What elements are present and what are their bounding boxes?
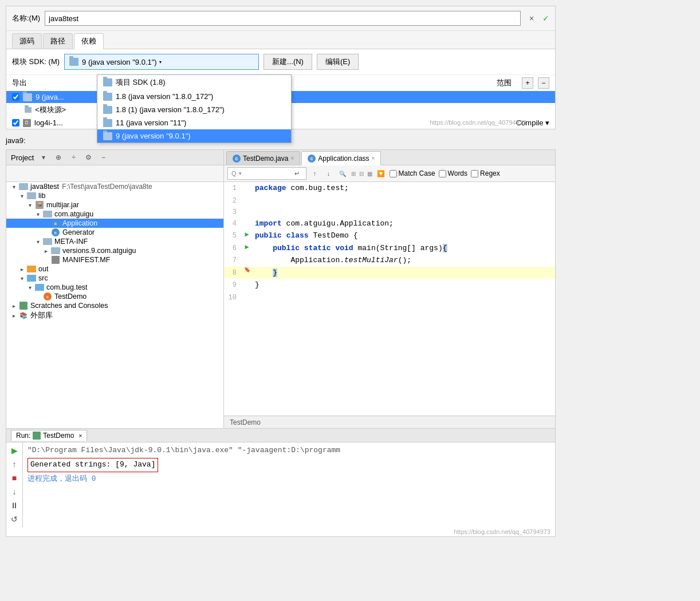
dropdown-item-label-2: 1.8 (1) (java version "1.8.0_172") bbox=[116, 105, 225, 114]
multijar-icon: 📦 bbox=[35, 201, 44, 209]
code-line-1: 1 package com.bug.test; bbox=[224, 182, 555, 195]
dropdown-item-18[interactable]: 1.8 (java version "1.8.0_172") bbox=[97, 90, 291, 103]
run-scroll-down-button[interactable]: ↓ bbox=[9, 486, 20, 497]
code-area[interactable]: 1 package com.bug.test; 2 3 bbox=[224, 182, 555, 416]
tree-arrow-src bbox=[18, 275, 26, 282]
name-label: 名称:(M) bbox=[12, 13, 40, 23]
run-watermark-text: https://blog.csdn.net/qq_40794973 bbox=[454, 528, 550, 535]
run-scroll-up-button[interactable]: ↑ bbox=[9, 458, 20, 470]
tree-item-meta-inf[interactable]: META-INF bbox=[6, 237, 223, 246]
dropdown-item-18-1[interactable]: 1.8 (1) (java version "1.8.0_172") bbox=[97, 103, 291, 116]
tree-arrow-com-atguigu bbox=[34, 211, 42, 218]
search-extra-icon-2: ⊟ bbox=[359, 171, 364, 177]
tab-application-class[interactable]: c Application.class × bbox=[301, 151, 381, 165]
line-num-5: 5 bbox=[224, 230, 241, 241]
sdk-dropdown[interactable]: 9 (java version "9.0.1") ▾ bbox=[64, 54, 259, 70]
tree-item-application[interactable]: c Application bbox=[6, 219, 223, 228]
search-input-wrap: Q ▾ ↵ bbox=[227, 167, 306, 180]
project-search-spacer bbox=[6, 165, 224, 182]
project-sync-icon[interactable]: ⊕ bbox=[53, 152, 64, 163]
search-dropdown-icon[interactable]: ▾ bbox=[239, 171, 242, 176]
run-tab-close[interactable]: × bbox=[78, 433, 82, 439]
new-sdk-button[interactable]: 新建...(N) bbox=[264, 54, 312, 70]
tree-item-src[interactable]: src bbox=[6, 274, 223, 283]
words-label: Words bbox=[448, 169, 467, 177]
regex-checkbox-label: Regex bbox=[471, 169, 500, 177]
name-row: 名称:(M) × ✓ bbox=[6, 6, 555, 31]
project-minimize-icon[interactable]: − bbox=[98, 152, 108, 163]
lib-folder-icon-0 bbox=[23, 93, 32, 101]
sdk-label: 模块 SDK: (M) bbox=[12, 57, 60, 67]
tree-item-versions[interactable]: versions.9.com.atguigu bbox=[6, 246, 223, 255]
meta-inf-folder-icon bbox=[43, 238, 52, 246]
run-stop-button[interactable]: ■ bbox=[9, 472, 20, 484]
run-controls: ▶ ↑ ■ ↓ ⏸ ↺ bbox=[6, 442, 23, 527]
run-label: Run: bbox=[16, 432, 30, 440]
generator-class-icon: c bbox=[51, 228, 60, 236]
tree-item-out[interactable]: out bbox=[6, 264, 223, 274]
lib-checkbox-0[interactable] bbox=[12, 93, 19, 101]
lib-checkbox-2[interactable] bbox=[12, 119, 19, 126]
close-button[interactable]: × bbox=[525, 12, 538, 25]
run-pause-button[interactable]: ⏸ bbox=[9, 500, 20, 511]
tab-testdemo-java[interactable]: c TestDemo.java × bbox=[226, 151, 300, 165]
remove-dependency-button[interactable]: − bbox=[538, 77, 549, 89]
scope-label: 范围 bbox=[497, 78, 512, 88]
line-num-10: 10 bbox=[224, 291, 241, 303]
search-up-button[interactable]: ↑ bbox=[310, 168, 320, 179]
tree-item-scratches[interactable]: Scratches and Consoles bbox=[6, 301, 223, 310]
search-down-button[interactable]: ↓ bbox=[324, 168, 334, 179]
dropdown-item-11[interactable]: 11 (java version "11") bbox=[97, 116, 291, 129]
tree-item-external-libs[interactable]: 📚 外部库 bbox=[6, 310, 223, 321]
tree-item-manifest[interactable]: MANIFEST.MF bbox=[6, 255, 223, 264]
match-case-checkbox-label: Match Case bbox=[390, 169, 435, 177]
tab-source[interactable]: 源码 bbox=[12, 33, 42, 49]
line-content-8: } bbox=[253, 267, 555, 279]
name-input[interactable] bbox=[45, 11, 521, 26]
out-folder-icon bbox=[27, 265, 36, 273]
tab-close-1[interactable]: × bbox=[372, 155, 375, 161]
project-panel[interactable]: java8test F:\Test\javaTestDemo\java8te l… bbox=[6, 182, 224, 428]
tree-item-generator[interactable]: c Generator bbox=[6, 228, 223, 237]
src-folder-icon bbox=[27, 274, 36, 282]
tab-close-0[interactable]: × bbox=[290, 155, 294, 161]
tree-label-lib: lib bbox=[38, 192, 46, 200]
match-case-checkbox[interactable] bbox=[390, 170, 397, 177]
tab-c-icon-1: c bbox=[308, 155, 316, 163]
project-panel-header: Project ▾ ⊕ ÷ ⚙ − bbox=[6, 150, 224, 165]
run-restart-button[interactable]: ↺ bbox=[9, 513, 20, 525]
search-enter-button[interactable]: ↵ bbox=[292, 168, 302, 179]
tree-item-lib[interactable]: lib bbox=[6, 191, 223, 200]
tab-path[interactable]: 路径 bbox=[43, 33, 73, 49]
tree-label-application: Application bbox=[62, 219, 97, 227]
dialog-tabs: 源码 路径 依赖 bbox=[6, 31, 555, 49]
add-dependency-button[interactable]: + bbox=[522, 77, 533, 89]
run-play-button[interactable]: ▶ bbox=[9, 445, 20, 456]
project-settings-icon[interactable]: ⚙ bbox=[83, 152, 93, 163]
search-find-button[interactable]: 🔍 bbox=[337, 168, 348, 179]
regex-checkbox[interactable] bbox=[471, 170, 478, 177]
project-layout-icon[interactable]: ÷ bbox=[68, 152, 78, 163]
tab-c-icon-0: c bbox=[233, 155, 241, 163]
dropdown-item-9-selected[interactable]: 9 (java version "9.0.1") bbox=[97, 129, 291, 143]
edit-sdk-button[interactable]: 编辑(E) bbox=[317, 54, 359, 70]
line-content-3 bbox=[253, 206, 555, 207]
tree-item-com-atguigu[interactable]: com.atguigu bbox=[6, 209, 223, 219]
words-checkbox[interactable] bbox=[439, 170, 446, 177]
search-input[interactable] bbox=[244, 169, 290, 177]
search-filter-button[interactable]: 🔽 bbox=[376, 168, 386, 179]
dropdown-item-project-sdk[interactable]: 项目 SDK (1.8) bbox=[97, 75, 291, 90]
tree-item-java8test[interactable]: java8test F:\Test\javaTestDemo\java8te bbox=[6, 182, 223, 191]
regex-label: Regex bbox=[480, 169, 500, 177]
sdk-selected-text: 9 (java version "9.0.1") bbox=[82, 58, 157, 66]
line-num-1: 1 bbox=[224, 182, 241, 193]
line-content-5: public class TestDemo { bbox=[253, 230, 555, 242]
project-panel-title: Project bbox=[11, 153, 34, 162]
tree-arrow-com-bug-test bbox=[26, 284, 34, 291]
tree-item-com-bug-test[interactable]: com.bug.test bbox=[6, 283, 223, 292]
run-tab[interactable]: Run: TestDemo × bbox=[11, 430, 87, 441]
tab-dependencies[interactable]: 依赖 bbox=[74, 33, 104, 49]
lib-jar-icon: 🗒 bbox=[23, 119, 31, 127]
tree-item-testdemo[interactable]: c TestDemo bbox=[6, 292, 223, 301]
tree-item-multijar[interactable]: 📦 multijar.jar bbox=[6, 200, 223, 209]
